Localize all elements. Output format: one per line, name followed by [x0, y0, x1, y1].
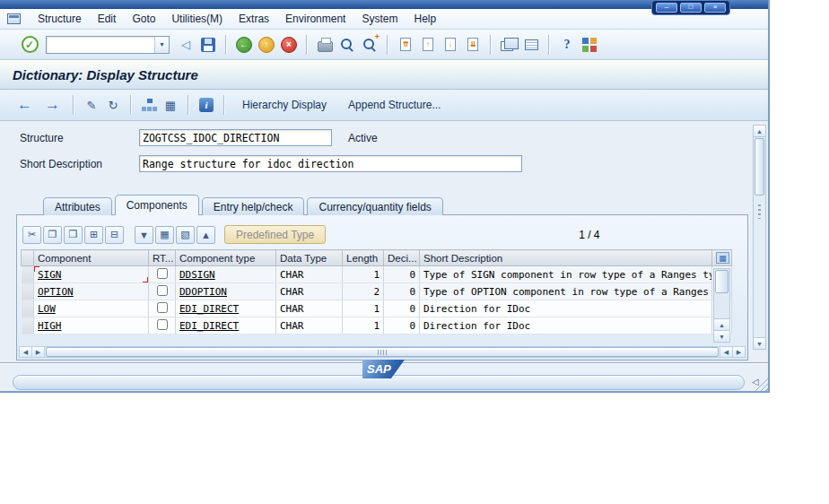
- table-view-button[interactable]: ▦: [161, 96, 179, 114]
- length-cell: 1: [343, 317, 384, 335]
- rt-checkbox[interactable]: [157, 285, 168, 296]
- table-row[interactable]: HIGH EDI_DIRECT CHAR 1 0 Direction for I…: [22, 317, 732, 335]
- tab-currency-quantity-fields[interactable]: Currency/quantity fields: [307, 197, 442, 215]
- table-horizontal-scrollbar[interactable]: ◀ ▶ ◀ ▶: [19, 346, 746, 358]
- window-vertical-scrollbar[interactable]: ▲ ▼: [753, 125, 766, 350]
- scroll-up-button[interactable]: ▲: [714, 318, 729, 330]
- status-expand-icon[interactable]: ◁: [752, 377, 759, 387]
- tab-attributes[interactable]: Attributes: [43, 197, 112, 215]
- menu-edit[interactable]: Edit: [90, 10, 125, 28]
- first-page-button[interactable]: ⇈: [396, 34, 415, 56]
- print-icon: [318, 41, 333, 52]
- system-menu-icon[interactable]: [7, 13, 21, 24]
- scroll-right-button[interactable]: ▶: [32, 347, 45, 357]
- structure-field[interactable]: [139, 129, 332, 146]
- cut-button[interactable]: ✂: [22, 226, 41, 244]
- toolbar-separator: [188, 95, 189, 115]
- toolbar-separator: [223, 95, 225, 115]
- refresh-button[interactable]: ↻: [104, 96, 122, 114]
- close-button[interactable]: ×: [704, 3, 726, 13]
- exit-button[interactable]: ↑: [257, 34, 276, 56]
- scroll-left-button[interactable]: ◀: [20, 347, 32, 357]
- maximize-button[interactable]: □: [680, 3, 702, 13]
- component-link[interactable]: HIGH: [38, 320, 62, 332]
- create-shortcut-button[interactable]: [521, 34, 541, 56]
- predefined-type-button[interactable]: Predefined Type: [224, 225, 326, 244]
- customize-layout-button[interactable]: [580, 34, 599, 56]
- tab-components[interactable]: Components: [115, 195, 199, 215]
- back-mini-button[interactable]: ◁: [176, 34, 196, 56]
- row-selector[interactable]: [22, 283, 34, 300]
- filter-button[interactable]: ▼: [135, 226, 153, 244]
- rt-checkbox[interactable]: [157, 319, 168, 330]
- table-row[interactable]: SIGN DDSIGN CHAR 1 0 Type of SIGN compon…: [22, 266, 732, 283]
- menu-goto[interactable]: Goto: [124, 10, 163, 28]
- table-settings-icon[interactable]: ▦: [716, 252, 729, 264]
- block-select-button[interactable]: ▧: [176, 226, 195, 244]
- menu-help[interactable]: Help: [406, 10, 444, 28]
- menu-environment[interactable]: Environment: [277, 10, 353, 28]
- print-button[interactable]: [315, 34, 335, 56]
- tab-entry-help-check[interactable]: Entry help/check: [202, 197, 305, 215]
- enter-icon: ✓: [22, 36, 39, 53]
- scroll-up-button[interactable]: ▲: [754, 126, 765, 137]
- delete-row-button[interactable]: ⊟: [105, 226, 124, 244]
- components-panel: ✂ ❐ ❒ ⊞ ⊟ ▼ ▦ ▧ ▲ Predefined Type 1 / 4 …: [16, 214, 748, 361]
- component-type-link[interactable]: EDI_DIRECT: [179, 303, 239, 315]
- component-type-link[interactable]: DDSIGN: [179, 269, 215, 281]
- next-page-button[interactable]: ↓: [441, 34, 460, 56]
- menu-utilities[interactable]: Utilities(M): [163, 10, 231, 28]
- component-link[interactable]: LOW: [38, 303, 56, 315]
- component-link[interactable]: SIGN: [38, 269, 62, 281]
- copy-button[interactable]: ❐: [43, 226, 62, 244]
- menu-system[interactable]: System: [353, 10, 406, 28]
- rt-checkbox[interactable]: [157, 268, 168, 279]
- nav-forward-button[interactable]: →: [40, 96, 65, 114]
- info-button[interactable]: i: [197, 96, 215, 114]
- last-page-button[interactable]: ⇊: [463, 34, 483, 56]
- display-change-button[interactable]: ✎: [83, 96, 100, 114]
- minimize-button[interactable]: –: [656, 3, 677, 13]
- row-selector[interactable]: [22, 300, 34, 317]
- component-type-link[interactable]: EDI_DIRECT: [179, 320, 239, 332]
- scrollbar-thumb[interactable]: [715, 270, 729, 293]
- component-type-link[interactable]: DDOPTION: [179, 286, 227, 298]
- find-next-button[interactable]: +: [360, 34, 380, 56]
- scroll-down-button[interactable]: ▼: [714, 330, 729, 342]
- find-button[interactable]: [337, 34, 357, 56]
- table-vertical-scrollbar[interactable]: ▲ ▼: [713, 268, 730, 343]
- save-button[interactable]: [198, 34, 218, 56]
- nav-back-button[interactable]: ←: [13, 96, 37, 114]
- cancel-button[interactable]: ×: [279, 34, 299, 56]
- select-all-header[interactable]: [22, 250, 34, 266]
- previous-page-button[interactable]: ↑: [418, 34, 438, 56]
- help-button[interactable]: ?: [557, 34, 577, 56]
- component-link[interactable]: OPTION: [38, 286, 74, 298]
- scroll-down-button[interactable]: ▼: [754, 337, 765, 349]
- table-row[interactable]: OPTION DDOPTION CHAR 2 0 Type of OPTION …: [22, 283, 732, 300]
- table-row[interactable]: LOW EDI_DIRECT CHAR 1 0 Direction for ID…: [22, 300, 732, 317]
- rt-checkbox[interactable]: [157, 302, 168, 313]
- hierarchy-button[interactable]: [140, 96, 158, 114]
- scrollbar-thumb[interactable]: [755, 138, 764, 196]
- hierarchy-display-link[interactable]: Hierarchy Display: [233, 97, 336, 113]
- scroll-right-button[interactable]: ▶: [732, 347, 745, 357]
- short-description-field[interactable]: [139, 155, 522, 172]
- command-dropdown-icon[interactable]: ▼: [154, 37, 169, 53]
- menu-structure[interactable]: Structure: [30, 10, 90, 28]
- menu-extras[interactable]: Extras: [231, 10, 277, 28]
- scrollbar-grip[interactable]: [758, 204, 761, 219]
- command-input[interactable]: [47, 37, 154, 53]
- select-all-button[interactable]: ▦: [155, 226, 174, 244]
- insert-row-button[interactable]: ⊞: [84, 226, 103, 244]
- scroll-left-button[interactable]: ◀: [720, 347, 732, 357]
- enter-button[interactable]: ✓: [20, 34, 39, 56]
- back-button[interactable]: ←: [234, 34, 254, 56]
- new-session-button[interactable]: [499, 34, 519, 56]
- append-structure-link[interactable]: Append Structure...: [339, 97, 449, 113]
- row-selector[interactable]: [22, 317, 34, 335]
- collapse-button[interactable]: ▲: [196, 226, 215, 244]
- row-selector[interactable]: [22, 266, 34, 283]
- paste-button[interactable]: ❒: [64, 226, 83, 244]
- scrollbar-thumb[interactable]: [46, 347, 719, 357]
